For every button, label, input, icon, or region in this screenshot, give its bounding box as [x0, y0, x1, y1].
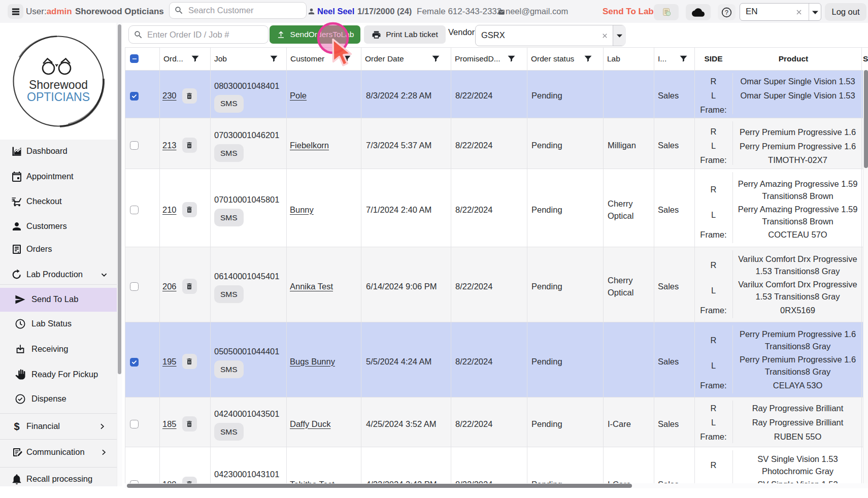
svg-text:?: ?	[725, 9, 728, 16]
svg-text:OPTICIANS: OPTICIANS	[27, 90, 90, 104]
svg-text:$: $	[14, 421, 19, 432]
